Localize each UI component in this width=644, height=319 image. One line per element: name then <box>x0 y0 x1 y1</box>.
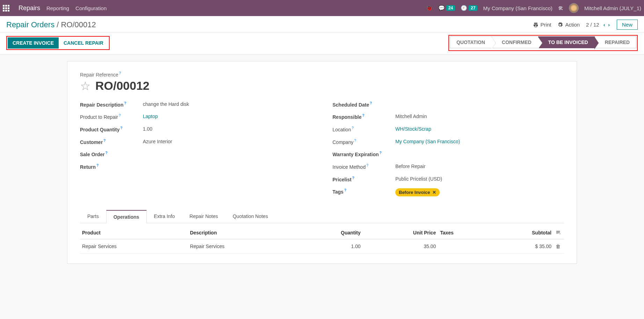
tab-parts[interactable]: Parts <box>80 210 106 223</box>
action-button[interactable]: Action <box>557 22 580 28</box>
field-value: Before Invoice ✕ <box>395 188 440 196</box>
field-value: 1.00 <box>143 126 152 132</box>
cell-taxes <box>438 239 487 254</box>
app-brand[interactable]: Repairs <box>19 5 40 12</box>
tab-quotation-notes[interactable]: Quotation Notes <box>225 210 275 223</box>
status-repaired[interactable]: REPAIRED <box>595 36 636 48</box>
messages-badge: 24 <box>446 5 455 11</box>
cell-product: Repair Services <box>80 239 188 254</box>
gear-icon <box>557 22 563 28</box>
ref-label: Repair Reference? <box>80 71 564 78</box>
field-value: Azure Interior <box>143 139 172 145</box>
form-sheet: Repair Reference? ☆ RO/00012 Repair Desc… <box>67 61 577 264</box>
nav-configuration[interactable]: Configuration <box>75 5 107 11</box>
pager: 2 / 12 ‹ › <box>586 22 610 28</box>
field-value[interactable]: My Company (San Francisco) <box>395 139 460 145</box>
breadcrumb-current: RO/00012 <box>61 20 96 29</box>
th-taxes[interactable]: Taxes <box>438 226 487 239</box>
breadcrumb-root[interactable]: Repair Orders <box>6 20 54 29</box>
field-value: Before Repair <box>395 164 425 170</box>
field-label: Responsible? <box>332 114 395 120</box>
cell-unit-price: 35.00 <box>363 239 438 254</box>
messages-icon[interactable]: 💬24 <box>438 5 455 11</box>
activities-badge: 27 <box>469 5 477 11</box>
tag-remove-icon[interactable]: ✕ <box>432 190 436 195</box>
topbar: Repairs Reporting Configuration 🐞 💬24 🕘2… <box>0 0 644 16</box>
field-value: Public Pricelist (USD) <box>395 176 442 182</box>
new-button[interactable]: New <box>617 20 638 30</box>
cell-quantity: 1.00 <box>296 239 363 254</box>
table-row[interactable]: Repair ServicesRepair Services1.0035.00$… <box>80 239 564 254</box>
ref-value: RO/00012 <box>95 79 149 93</box>
th-unit-price[interactable]: Unit Price <box>363 226 438 239</box>
pager-next[interactable]: › <box>608 22 610 28</box>
field-product-to-repair: Product to Repair?Laptop <box>80 114 312 120</box>
apps-icon[interactable] <box>3 5 9 12</box>
field-value[interactable]: WH/Stock/Scrap <box>395 126 431 132</box>
field-invoice-method: Invoice Method?Before Repair <box>332 164 564 170</box>
breadcrumb: Repair Orders / RO/00012 <box>6 20 96 29</box>
cell-description: Repair Services <box>188 239 296 254</box>
field-label: Product Quantity? <box>80 126 143 132</box>
field-tags: Tags?Before Invoice ✕ <box>332 188 564 196</box>
left-column: Repair Description?change the Hard diskP… <box>80 101 312 203</box>
field-label: Return? <box>80 164 143 170</box>
th-options[interactable] <box>554 226 564 239</box>
field-label: Company? <box>332 139 395 145</box>
field-sale-order: Sale Order? <box>80 151 312 157</box>
status-quotation[interactable]: QUOTATION <box>450 36 492 48</box>
th-quantity[interactable]: Quantity <box>296 226 363 239</box>
field-return: Return? <box>80 164 312 170</box>
cancel-repair-button[interactable]: CANCEL REPAIR <box>59 37 108 49</box>
field-label: Invoice Method? <box>332 164 395 170</box>
tag[interactable]: Before Invoice ✕ <box>395 188 440 196</box>
debug-icon[interactable]: 🐞 <box>426 5 433 11</box>
field-label: Sale Order? <box>80 151 143 157</box>
field-label: Warranty Expiration? <box>332 151 395 157</box>
field-location: Location?WH/Stock/Scrap <box>332 126 564 132</box>
print-button[interactable]: Print <box>533 22 551 28</box>
field-value: Mitchell Admin <box>395 114 427 120</box>
tools-icon[interactable]: 🛠 <box>558 5 563 11</box>
field-label: Location? <box>332 126 395 132</box>
actionbar: CREATE INVOICE CANCEL REPAIR QUOTATIONCO… <box>0 33 644 55</box>
field-label: Product to Repair? <box>80 114 143 120</box>
th-product[interactable]: Product <box>80 226 188 239</box>
field-warranty-expiration: Warranty Expiration? <box>332 151 564 157</box>
th-description[interactable]: Description <box>188 226 296 239</box>
field-scheduled-date: Scheduled Date? <box>332 101 564 108</box>
print-icon <box>533 22 539 28</box>
field-label: Scheduled Date? <box>332 101 395 108</box>
tab-extra-info[interactable]: Extra Info <box>147 210 182 223</box>
action-buttons-highlight: CREATE INVOICE CANCEL REPAIR <box>6 36 110 50</box>
field-value: change the Hard disk <box>143 101 189 108</box>
field-company: Company?My Company (San Francisco) <box>332 139 564 145</box>
operations-table: Product Description Quantity Unit Price … <box>80 226 564 254</box>
row-delete[interactable]: 🗑 <box>554 239 564 254</box>
tab-operations[interactable]: Operations <box>106 210 147 223</box>
status-confirmed[interactable]: CONFIRMED <box>492 36 538 48</box>
user-menu[interactable]: Mitchell Admin (JULY_1) <box>584 5 641 11</box>
nav-reporting[interactable]: Reporting <box>46 5 69 11</box>
field-label: Repair Description? <box>80 101 143 108</box>
th-subtotal[interactable]: Subtotal <box>487 226 554 239</box>
options-icon <box>556 230 561 234</box>
field-value[interactable]: Laptop <box>143 114 158 120</box>
tabs: PartsOperationsExtra InfoRepair NotesQuo… <box>80 210 564 223</box>
field-customer: Customer?Azure Interior <box>80 139 312 145</box>
pager-prev[interactable]: ‹ <box>603 22 606 28</box>
cell-subtotal: $ 35.00 <box>487 239 554 254</box>
controlbar: Repair Orders / RO/00012 Print Action 2 … <box>0 16 644 33</box>
field-repair-description: Repair Description?change the Hard disk <box>80 101 312 108</box>
tab-repair-notes[interactable]: Repair Notes <box>182 210 226 223</box>
right-column: Scheduled Date?Responsible?Mitchell Admi… <box>332 101 564 203</box>
activities-icon[interactable]: 🕘27 <box>461 5 477 11</box>
statusbar-highlight: QUOTATIONCONFIRMEDTO BE INVOICEDREPAIRED <box>448 35 638 51</box>
create-invoice-button[interactable]: CREATE INVOICE <box>8 37 59 49</box>
field-label: Customer? <box>80 139 143 145</box>
avatar[interactable] <box>569 3 579 13</box>
status-to-be-invoiced[interactable]: TO BE INVOICED <box>538 36 595 48</box>
favorite-star[interactable]: ☆ <box>80 79 90 93</box>
statusbar: QUOTATIONCONFIRMEDTO BE INVOICEDREPAIRED <box>450 36 636 48</box>
company-switcher[interactable]: My Company (San Francisco) <box>483 5 552 11</box>
